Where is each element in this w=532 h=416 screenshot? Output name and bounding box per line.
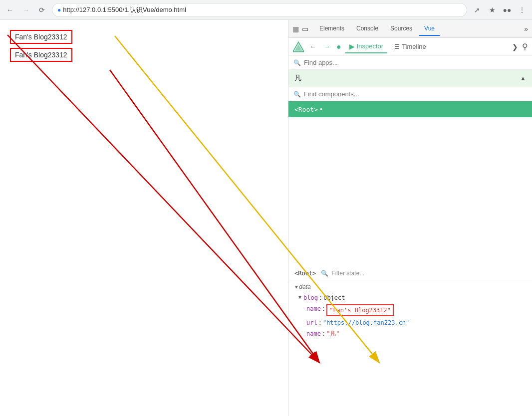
blog-row: ▼ blog : Object — [298, 292, 526, 303]
forward-button[interactable]: → — [20, 4, 32, 16]
name2-value: "凡" — [326, 329, 339, 338]
inspector-label: Inspector — [357, 42, 383, 50]
expand-arrow-icon: ▲ — [520, 75, 526, 82]
devtools-more-icon[interactable]: » — [524, 25, 528, 33]
main-container: Fan's Blog23312 Fan's Blog23312 ▦ ▭ Elem… — [0, 20, 532, 416]
url-colon: : — [318, 318, 322, 327]
back-button[interactable]: ← — [4, 4, 16, 16]
timeline-icon: ☰ — [394, 43, 400, 50]
url-value: "https://blog.fan223.cn" — [323, 318, 409, 327]
tab-elements[interactable]: Elements — [314, 22, 349, 36]
vue-more-icon[interactable]: ❯ — [510, 43, 520, 51]
reload-button[interactable]: ⟳ — [36, 4, 48, 16]
find-components-input[interactable] — [304, 90, 527, 98]
find-apps-search-icon: 🔍 — [293, 59, 301, 66]
root-dot: • — [320, 105, 322, 113]
blog-key: blog — [303, 293, 318, 302]
name2-key: name — [306, 329, 321, 338]
vue-human-icon[interactable]: ⚲ — [522, 42, 528, 51]
find-components-search-icon: 🔍 — [293, 91, 301, 98]
inspect-circle-icon: ● — [336, 42, 341, 51]
state-bar: <Root> 🔍 Filter state... — [288, 267, 532, 280]
app-name: 凡 — [294, 74, 301, 83]
vue-forward-button[interactable]: → — [321, 41, 332, 52]
address-bar[interactable]: ● http://127.0.0.1:5500/1.认识Vue/demo.htm… — [52, 3, 467, 17]
data-tree: ▼ blog : Object name : "Fan's Blog23312" — [294, 292, 526, 339]
filter-state-search-icon: 🔍 — [321, 270, 328, 277]
devtools-panel: ▦ ▭ Elements Console Sources Vue » ← → ●… — [288, 20, 532, 416]
inspector-tab[interactable]: ▶ Inspector — [345, 40, 387, 53]
filter-state-text: Filter state... — [331, 270, 364, 277]
app-item[interactable]: 凡 ▲ — [288, 70, 532, 87]
root-label: <Root> — [294, 106, 318, 113]
device-mode-icon[interactable]: ▭ — [302, 25, 308, 33]
timeline-tab[interactable]: ☰ Timeline — [390, 41, 430, 52]
blog-expand-icon[interactable]: ▼ — [298, 293, 301, 301]
data-panel: <Root> 🔍 Filter state... ▾ data ▼ blog :… — [288, 263, 532, 416]
url-row: url : "https://blog.fan223.cn" — [306, 317, 526, 328]
nested-data: name : "Fan's Blog23312" url : "https://… — [298, 303, 526, 339]
toolbar-actions: ➚ ★ ●● ⋮ — [471, 4, 528, 16]
find-apps-bar: 🔍 — [288, 56, 532, 70]
devtools-tab-bar: ▦ ▭ Elements Console Sources Vue » — [288, 20, 532, 38]
name-value: "Fan's Blog23312" — [326, 304, 394, 316]
blog-type: Object — [323, 293, 345, 302]
webpage-content: Fan's Blog23312 Fan's Blog23312 — [0, 20, 288, 76]
name-key: name — [306, 304, 321, 313]
bookmark-button[interactable]: ★ — [486, 4, 498, 16]
vue-toolbar: ← → ● ▶ Inspector ☰ Timeline ❯ ⚲ — [288, 38, 532, 56]
vue-back-button[interactable]: ← — [307, 41, 318, 52]
name2-colon: : — [322, 329, 325, 338]
state-component-name: <Root> — [294, 270, 316, 277]
vue-toolbar-end: ❯ ⚲ — [510, 42, 528, 51]
name2-row: name : "凡" — [306, 328, 526, 339]
browser-toolbar: ← → ⟳ ● http://127.0.0.1:5500/1.认识Vue/de… — [0, 0, 532, 20]
lock-icon: ● — [57, 6, 61, 13]
inspector-icon: ▶ — [349, 42, 355, 50]
name-row: name : "Fan's Blog23312" — [306, 303, 526, 317]
find-apps-input[interactable] — [304, 59, 527, 66]
root-item[interactable]: <Root> • — [288, 101, 532, 117]
blog-box-2: Fan's Blog23312 — [10, 48, 72, 62]
data-section: ▾ data ▼ blog : Object name : — [288, 280, 532, 342]
blog-box-1: Fan's Blog23312 — [10, 30, 72, 44]
tab-console[interactable]: Console — [351, 22, 383, 36]
url-key: url — [306, 318, 317, 327]
extension-button[interactable]: ●● — [501, 4, 513, 16]
blog-colon: : — [319, 293, 322, 302]
share-button[interactable]: ➚ — [471, 4, 483, 16]
name-colon: : — [322, 304, 325, 313]
menu-button[interactable]: ⋮ — [516, 4, 528, 16]
url-text: http://127.0.0.1:5500/1.认识Vue/demo.html — [63, 5, 186, 14]
tab-vue[interactable]: Vue — [419, 22, 440, 36]
vue-logo — [292, 41, 304, 53]
data-label: ▾ data — [294, 283, 526, 290]
tab-sources[interactable]: Sources — [385, 22, 417, 36]
inspect-element-icon[interactable]: ▦ — [292, 25, 299, 33]
devtools-tab-icons: ▦ ▭ — [292, 25, 308, 33]
spacer — [288, 117, 532, 263]
webpage-panel: Fan's Blog23312 Fan's Blog23312 — [0, 20, 288, 416]
find-components-bar: 🔍 — [288, 87, 532, 101]
timeline-label: Timeline — [402, 43, 426, 50]
